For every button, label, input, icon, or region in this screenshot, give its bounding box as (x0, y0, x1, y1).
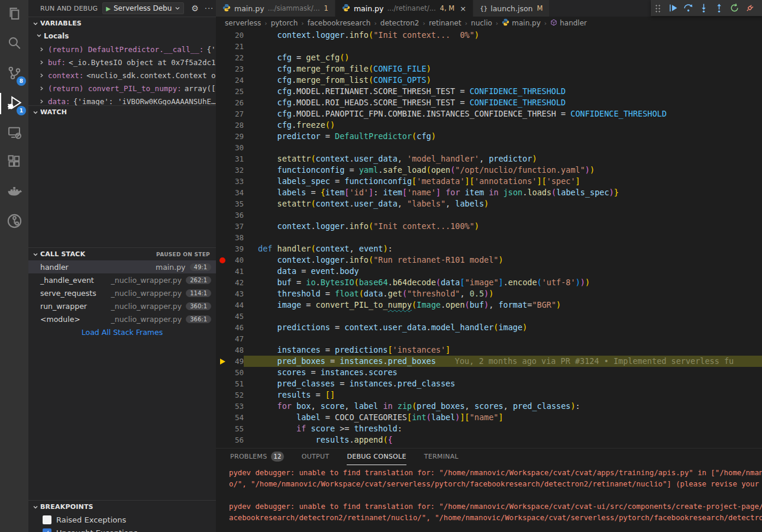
code-text[interactable]: image = convert_PIL_to_numpy(Image.open(… (244, 299, 762, 311)
code-text[interactable]: cfg.MODEL.PANOPTIC_FPN.COMBINE.INSTANCES… (244, 108, 762, 120)
variable-row[interactable]: (return) convert_PIL_to_numpy:array([[[ … (28, 82, 216, 95)
code-text[interactable]: labels = {item['id']: item['name'] for i… (244, 187, 762, 198)
launch-config-dropdown[interactable]: ▶ Serverless Debu (102, 2, 184, 14)
stack-frame[interactable]: _handle_event_nuclio_wrapper.py262:1 (28, 273, 216, 286)
code-text[interactable]: def handler(context, event): (244, 243, 762, 254)
tab-problems[interactable]: PROBLEMS 12 (230, 449, 284, 465)
breakpoints-header[interactable]: BREAKPOINTS (28, 500, 216, 513)
code-text[interactable]: data = event.body (244, 266, 762, 277)
gutter-glyph-margin[interactable] (216, 344, 229, 356)
breadcrumb-item-pytorch[interactable]: pytorch (271, 19, 298, 27)
gutter-glyph-margin[interactable] (216, 97, 229, 108)
gutter-glyph-margin[interactable] (216, 412, 229, 423)
variables-scope-locals[interactable]: Locals (28, 30, 216, 43)
gutter-glyph-margin[interactable] (216, 333, 229, 344)
breadcrumb-item-detectron2[interactable]: detectron2 (380, 19, 419, 27)
continue-button[interactable] (665, 1, 680, 15)
gutter-glyph-margin[interactable] (216, 288, 229, 299)
code-text[interactable]: setattr(context.user_data, "labels", lab… (244, 198, 762, 209)
more-actions-icon[interactable]: ··· (205, 4, 214, 13)
variable-row[interactable]: context:<nuclio_sdk.context.Context obje… (28, 69, 216, 82)
variables-header[interactable]: VARIABLES (28, 17, 216, 30)
gear-icon[interactable]: ⚙ (191, 4, 199, 13)
gutter-glyph-margin[interactable] (216, 86, 229, 97)
code-text[interactable]: threshold = float(data.get("threshold", … (244, 288, 762, 299)
gutter-glyph-margin[interactable] (216, 41, 229, 52)
code-text[interactable]: scores = instances.scores (244, 367, 762, 378)
gutter-glyph-margin[interactable] (216, 142, 229, 153)
variable-row[interactable]: (return) DefaultPredictor.__call__:{'ins… (28, 43, 216, 56)
code-text[interactable]: if score >= threshold: (244, 423, 762, 434)
load-all-stack-frames-link[interactable]: Load All Stack Frames (28, 325, 216, 338)
tab-debug-console[interactable]: DEBUG CONSOLE (347, 449, 406, 465)
breadcrumb-item-retinanet[interactable]: retinanet (429, 19, 461, 27)
sidebar-item-explorer[interactable] (0, 0, 28, 30)
tab-main-py-siammask[interactable]: main.py .../siammask/... 1 (216, 0, 335, 17)
breadcrumb-item-handler[interactable]: handler (550, 19, 587, 28)
gutter-glyph-margin[interactable] (216, 176, 229, 187)
code-text[interactable]: for box, score, label in zip(pred_boxes,… (244, 401, 762, 412)
code-text[interactable]: context.logger.info("Run retinanet-R101 … (244, 254, 762, 266)
code-text[interactable]: pred_boxes = instances.pred_boxesYou, 2 … (244, 356, 762, 367)
code-text[interactable]: results = [] (244, 389, 762, 401)
sidebar-item-extensions[interactable] (0, 148, 28, 178)
code-text[interactable] (244, 333, 762, 344)
gutter-glyph-margin[interactable] (216, 232, 229, 243)
code-text[interactable]: pred_classes = instances.pred_classes (244, 378, 762, 389)
gutter-glyph-margin[interactable] (216, 165, 229, 176)
tab-output[interactable]: OUTPUT (302, 449, 330, 465)
step-over-button[interactable] (680, 1, 696, 15)
variable-row[interactable]: buf:<_io.BytesIO object at 0x7f5a2dc1ecc… (28, 56, 216, 69)
breakpoint-row[interactable]: Raised Exceptions (28, 513, 216, 526)
breakpoint-row[interactable]: ✓Uncaught Exceptions (28, 526, 216, 532)
tab-terminal[interactable]: TERMINAL (424, 449, 459, 465)
code-text[interactable]: functionconfig = yaml.safe_load(open("/o… (244, 165, 762, 176)
code-text[interactable]: results.append({ (244, 434, 762, 446)
variable-row[interactable]: data:{'image': 'iVBORw0KGgoAAAANSUhE… 55 (28, 95, 216, 105)
gutter-glyph-margin[interactable] (216, 153, 229, 165)
gutter-glyph-margin[interactable] (216, 75, 229, 86)
code-text[interactable] (244, 209, 762, 221)
gutter-glyph-margin[interactable] (216, 434, 229, 446)
gutter-glyph-margin[interactable] (216, 52, 229, 63)
gutter-glyph-margin[interactable] (216, 209, 229, 221)
code-text[interactable]: buf = io.BytesIO(base64.b64decode(data["… (244, 277, 762, 288)
code-editor[interactable]: 20 context.logger.info("Init context... … (216, 30, 762, 448)
code-text[interactable]: cfg.merge_from_list(CONFIG_OPTS) (244, 75, 762, 86)
code-text[interactable] (244, 311, 762, 322)
code-text[interactable]: cfg.MODEL.ROI_HEADS.SCORE_THRESH_TEST = … (244, 97, 762, 108)
step-into-button[interactable] (696, 1, 711, 15)
drag-handle-icon[interactable] (655, 4, 661, 12)
breakpoint-icon[interactable] (219, 257, 225, 263)
debug-console-output[interactable]: pydev debugger: unable to find translati… (216, 465, 762, 524)
sidebar-item-remote-explorer[interactable] (0, 118, 28, 148)
breadcrumb-item-facebookresearch[interactable]: facebookresearch (308, 19, 371, 27)
code-text[interactable]: context.logger.info("Init context... 0%"… (244, 30, 762, 41)
gutter-glyph-margin[interactable] (216, 131, 229, 142)
gutter-glyph-margin[interactable] (216, 187, 229, 198)
code-text[interactable]: cfg.MODEL.RETINANET.SCORE_THRESH_TEST = … (244, 86, 762, 97)
code-text[interactable]: predictor = DefaultPredictor(cfg) (244, 131, 762, 142)
gutter-glyph-margin[interactable] (216, 401, 229, 412)
gutter-glyph-margin[interactable] (216, 322, 229, 333)
gutter-glyph-margin[interactable] (216, 254, 229, 266)
gutter-glyph-margin[interactable] (216, 356, 229, 367)
sidebar-item-docker[interactable] (0, 178, 28, 207)
tab-main-py-retinanet[interactable]: main.py .../retinanet/... 4, M × (335, 0, 473, 17)
gutter-glyph-margin[interactable] (216, 221, 229, 232)
code-text[interactable]: setattr(context.user_data, 'model_handle… (244, 153, 762, 165)
breadcrumb-item-main-py[interactable]: main.py (502, 18, 541, 28)
gutter-glyph-margin[interactable] (216, 108, 229, 120)
code-text[interactable]: context.logger.info("Init context...100%… (244, 221, 762, 232)
code-text[interactable] (244, 41, 762, 52)
code-text[interactable]: cfg.freeze() (244, 120, 762, 131)
code-text[interactable]: labels_spec = functionconfig['metadata']… (244, 176, 762, 187)
code-text[interactable] (244, 232, 762, 243)
breadcrumb-item-serverless[interactable]: serverless (225, 19, 261, 27)
restart-button[interactable] (727, 1, 742, 15)
gutter-glyph-margin[interactable] (216, 299, 229, 311)
code-text[interactable]: instances = predictions['instances'] (244, 344, 762, 356)
gutter-glyph-margin[interactable] (216, 30, 229, 41)
checkbox[interactable] (43, 515, 51, 524)
code-text[interactable] (244, 142, 762, 153)
